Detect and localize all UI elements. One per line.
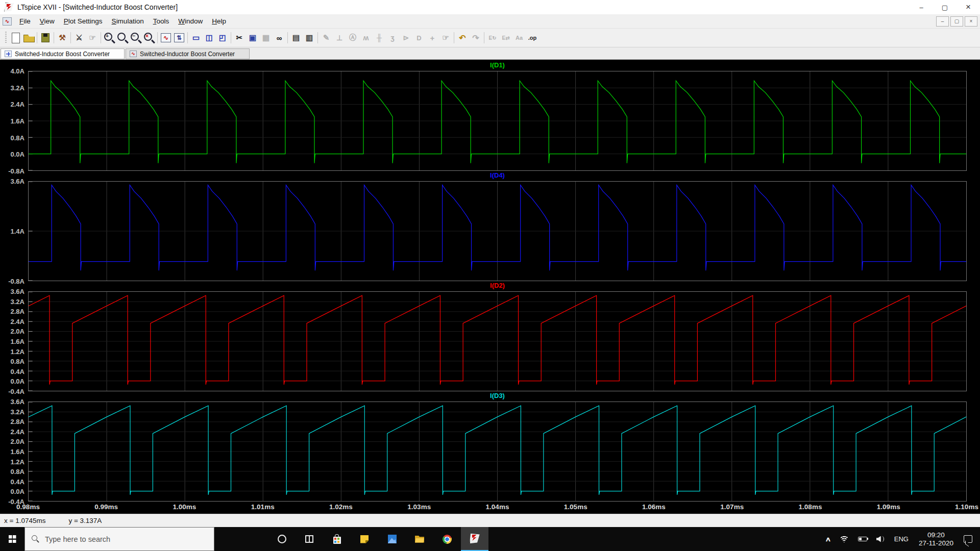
save-button[interactable] bbox=[39, 31, 52, 44]
plot-pane-I(D4)[interactable] bbox=[28, 181, 967, 281]
zoom-out-button[interactable]: − bbox=[129, 31, 142, 44]
sticky-notes-button[interactable] bbox=[351, 527, 378, 551]
mdi-minimize-button[interactable]: – bbox=[936, 16, 949, 27]
spice-directive-button[interactable]: .op bbox=[526, 31, 539, 44]
network-button[interactable] bbox=[835, 527, 853, 551]
tab-schematic[interactable]: Switched-Inductor Boost Converter bbox=[1, 48, 125, 59]
menu-tools[interactable]: Tools bbox=[149, 15, 174, 27]
minimize-button[interactable]: – bbox=[910, 0, 933, 14]
search-input[interactable] bbox=[45, 535, 198, 543]
cortana-button[interactable] bbox=[268, 527, 296, 551]
x-tick-label: 1.00ms bbox=[173, 503, 197, 511]
tile-vertical-button[interactable]: ◫ bbox=[203, 31, 216, 44]
task-view-button[interactable] bbox=[296, 527, 323, 551]
toolbar-separator bbox=[157, 32, 158, 43]
file-explorer-button[interactable] bbox=[406, 527, 433, 551]
open-button[interactable] bbox=[22, 31, 35, 44]
y-tick-label: -0.8A bbox=[8, 167, 24, 175]
x-tick-label: 0.99ms bbox=[94, 503, 118, 511]
copy-button[interactable]: ▣ bbox=[246, 31, 259, 44]
label-tool-button: Ⓐ bbox=[346, 31, 359, 44]
language-button[interactable]: ENG bbox=[890, 527, 913, 551]
waveform-plot-area[interactable]: I(D1)4.0A3.2A2.4A1.6A0.8A0.0A-0.8AI(D4)3… bbox=[0, 60, 980, 514]
y-axis-I(D1)[interactable]: 4.0A3.2A2.4A1.6A0.8A0.0A-0.8A bbox=[0, 71, 28, 171]
photos-button[interactable] bbox=[378, 527, 406, 551]
y-tick-label: 3.6A bbox=[11, 178, 24, 185]
mdi-close-button[interactable]: × bbox=[965, 16, 977, 27]
zoom-full-extents-button[interactable]: × bbox=[142, 31, 156, 44]
undo-button[interactable]: ↶ bbox=[456, 31, 469, 44]
restore-button[interactable]: ▢ bbox=[933, 0, 957, 14]
zoom-box-button[interactable] bbox=[116, 31, 129, 44]
y-tick-label: 4.0A bbox=[11, 67, 24, 75]
cascade-windows-button[interactable]: ◰ bbox=[216, 31, 229, 44]
pan-plot-button[interactable]: ⇅ bbox=[173, 31, 186, 44]
file-explorer-icon bbox=[415, 536, 424, 543]
x-axis[interactable]: 0.98ms0.99ms1.00ms1.01ms1.02ms1.03ms1.04… bbox=[28, 502, 967, 514]
y-tick-label: 1.4A bbox=[11, 228, 24, 235]
close-button[interactable]: × bbox=[957, 0, 980, 14]
menu-plot-settings[interactable]: Plot Settings bbox=[59, 15, 107, 27]
y-axis-I(D3)[interactable]: 3.6A3.2A2.8A2.4A2.0A1.6A1.2A0.8A0.4A0.0A… bbox=[0, 402, 28, 502]
menu-view[interactable]: View bbox=[35, 15, 59, 27]
x-tick-label: 1.09ms bbox=[877, 503, 900, 511]
mdi-restore-button[interactable]: ▢ bbox=[950, 16, 963, 27]
battery-button[interactable] bbox=[853, 527, 872, 551]
cortana-icon bbox=[278, 535, 286, 543]
y-tick-label: 2.4A bbox=[11, 101, 24, 108]
control-panel-button[interactable]: ⚒ bbox=[56, 31, 69, 44]
ltspice-icon bbox=[470, 533, 480, 544]
pane-title-I(D2)[interactable]: I(D2) bbox=[0, 281, 980, 291]
toolbar-separator bbox=[37, 32, 37, 43]
toolbar-grip bbox=[5, 32, 7, 44]
windows-logo-icon bbox=[9, 535, 16, 543]
speaker-icon bbox=[876, 536, 885, 543]
toolbar-separator bbox=[70, 32, 71, 43]
menu-help[interactable]: Help bbox=[207, 15, 231, 27]
plot-pane-I(D3)[interactable] bbox=[28, 402, 967, 502]
ltspice-taskbar-button[interactable] bbox=[461, 527, 488, 551]
find-button[interactable]: ∞ bbox=[273, 31, 286, 44]
print-button[interactable]: ▤ bbox=[289, 31, 303, 44]
pane-title-I(D4)[interactable]: I(D4) bbox=[0, 171, 980, 181]
taskbar-search[interactable] bbox=[24, 527, 214, 551]
tile-horizontal-button[interactable]: ▭ bbox=[189, 31, 203, 44]
capacitor-tool-button: ╫ bbox=[373, 31, 386, 44]
volume-button[interactable] bbox=[872, 527, 890, 551]
cursor-x-readout: x = 1.0745ms bbox=[4, 517, 45, 524]
start-button[interactable] bbox=[0, 527, 24, 551]
menu-items: FileViewPlot SettingsSimulationToolsWind… bbox=[15, 15, 231, 27]
toolbar: ▶⚒⚔☞+−×∿⇅▭◫◰✂▣▦∞▤▥✎⊥Ⓐʍ╫ʒ⊳D+☞↶↷E↻E⇄Aa.op bbox=[0, 29, 980, 47]
pane-row: 3.6A1.4A-0.8A bbox=[0, 181, 980, 281]
chrome-button[interactable] bbox=[433, 527, 461, 551]
y-axis-I(D4)[interactable]: 3.6A1.4A-0.8A bbox=[0, 181, 28, 281]
y-tick-label: 2.4A bbox=[11, 428, 24, 435]
print-preview-button[interactable]: ▥ bbox=[303, 31, 316, 44]
menu-simulation[interactable]: Simulation bbox=[107, 15, 149, 27]
y-tick-label: 2.8A bbox=[11, 308, 24, 315]
y-tick-label: 0.8A bbox=[11, 358, 24, 365]
autorange-y-button[interactable]: ∿ bbox=[159, 31, 173, 44]
plot-pane-I(D2)[interactable] bbox=[28, 291, 967, 391]
action-center-button[interactable] bbox=[959, 527, 980, 551]
store-button[interactable] bbox=[323, 527, 351, 551]
cut-button[interactable]: ✂ bbox=[233, 31, 246, 44]
toolbar-separator bbox=[54, 32, 54, 43]
plot-pane-I(D1)[interactable] bbox=[28, 71, 967, 171]
menu-file[interactable]: File bbox=[15, 15, 35, 27]
run-button[interactable]: ▶ bbox=[9, 31, 22, 44]
pane-title-I(D1)[interactable]: I(D1) bbox=[0, 61, 980, 71]
pane-title-I(D3)[interactable]: I(D3) bbox=[0, 391, 980, 402]
halt-button[interactable]: ⚔ bbox=[72, 31, 86, 44]
y-tick-label: 3.2A bbox=[11, 84, 24, 91]
y-tick-label: 2.0A bbox=[11, 328, 24, 335]
y-tick-label: 1.2A bbox=[11, 347, 24, 355]
zoom-in-button[interactable]: + bbox=[103, 31, 116, 44]
resistor-tool-button: ʍ bbox=[359, 31, 373, 44]
tray-expand-button[interactable]: ∧ bbox=[821, 527, 835, 551]
menu-window[interactable]: Window bbox=[174, 15, 207, 27]
clock[interactable]: 09:20 27-11-2020 bbox=[913, 531, 959, 547]
tab-waveform[interactable]: ∿ Switched-Inductor Boost Converter bbox=[126, 48, 250, 59]
y-axis-I(D2)[interactable]: 3.6A3.2A2.8A2.4A2.0A1.6A1.2A0.8A0.4A0.0A… bbox=[0, 291, 28, 391]
window-controls: – ▢ × bbox=[910, 0, 980, 14]
